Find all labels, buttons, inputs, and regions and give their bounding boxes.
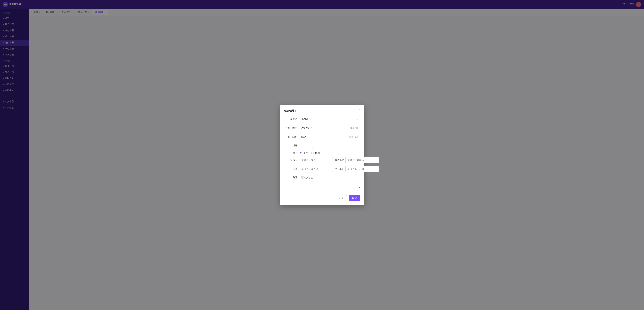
modify-department-dialog: 修改部门 × 上级部门 根节点 ▼ 部门名称 i 5 / 60 部门编码 [280, 105, 364, 205]
form-row-status: 状态 正常 停用 [284, 151, 360, 154]
info-icon: i [349, 136, 352, 138]
chevron-down-icon: ▼ [356, 118, 358, 121]
fax-input[interactable] [300, 166, 333, 172]
label-dept-name: 部门名称 [284, 127, 298, 130]
radio-unchecked-icon [311, 152, 314, 154]
modal-overlay[interactable]: 修改部门 × 上级部门 根节点 ▼ 部门名称 i 5 / 60 部门编码 [0, 0, 644, 310]
status-disabled-radio[interactable]: 停用 [311, 151, 320, 154]
label-fax: 传真 [284, 167, 298, 170]
dialog-close-button[interactable]: × [359, 108, 361, 111]
label-email: 电子邮箱 [335, 167, 344, 170]
remark-char-count: 0 / 300 [300, 189, 360, 192]
form-row-dept-code: 部门编码 i 5 / 100 [284, 134, 360, 140]
email-input[interactable] [346, 166, 379, 172]
label-parent-dept: 上级部门 [284, 118, 298, 121]
status-normal-radio[interactable]: 正常 [300, 151, 308, 154]
dialog-title: 修改部门 [284, 109, 360, 113]
phone-input[interactable] [346, 157, 379, 163]
form-row-parent-dept: 上级部门 根节点 ▼ [284, 116, 360, 122]
order-input[interactable] [300, 143, 313, 149]
dept-code-input-wrapper: i 5 / 100 [300, 134, 360, 140]
dialog-footer: 取消 确定 [284, 195, 360, 201]
parent-dept-select[interactable]: 根节点 ▼ [300, 116, 360, 122]
label-remark: 备注 [284, 176, 298, 179]
cancel-button[interactable]: 取消 [335, 195, 347, 201]
info-icon: i [350, 127, 352, 129]
leader-input[interactable] [300, 157, 333, 163]
dept-name-input-wrapper: i 5 / 60 [300, 125, 360, 131]
label-order: 排序 [284, 144, 298, 147]
form-row-remark: 备注 0 / 300 [284, 175, 360, 192]
parent-dept-value: 根节点 [301, 118, 308, 121]
dept-code-char-count: 5 / 100 [352, 136, 358, 138]
leader-phone-group: 联系电话 [300, 157, 379, 163]
radio-checked-icon [300, 152, 302, 154]
label-leader: 负责人 [284, 159, 298, 162]
status-radio-group: 正常 停用 [300, 151, 320, 154]
dept-name-char-count: 5 / 60 [353, 127, 358, 129]
remark-wrapper: 0 / 300 [300, 175, 360, 192]
form-row-dept-name: 部门名称 i 5 / 60 [284, 125, 360, 131]
fax-email-group: 电子邮箱 [300, 166, 379, 172]
label-dept-code: 部门编码 [284, 135, 298, 138]
label-status: 状态 [284, 151, 298, 154]
remark-textarea[interactable] [300, 175, 360, 188]
label-phone: 联系电话 [335, 159, 344, 162]
confirm-button[interactable]: 确定 [349, 195, 360, 201]
form-row-fax-email: 传真 电子邮箱 [284, 166, 360, 172]
form-row-leader-phone: 负责人 联系电话 [284, 157, 360, 163]
form-row-order: 排序 [284, 143, 360, 149]
